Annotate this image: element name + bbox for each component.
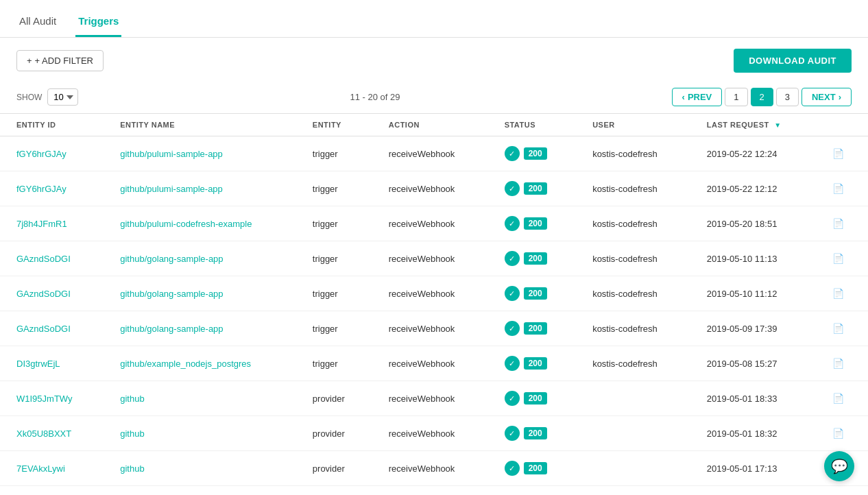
pagination-controls: ‹ PREV 1 2 3 NEXT › (672, 88, 852, 106)
table-row: GAzndSoDGI github/golang-sample-app trig… (0, 276, 868, 311)
add-filter-button[interactable]: + + ADD FILTER (16, 50, 104, 71)
next-button[interactable]: NEXT › (801, 88, 852, 106)
col-actions (816, 114, 868, 136)
cell-copy[interactable]: 📄 (816, 416, 868, 451)
cell-entity-name: github/golang-sample-app (104, 311, 296, 346)
sort-icon: ▼ (774, 121, 781, 129)
cell-entity-id: 7j8h4JFmR1 (0, 206, 104, 241)
cell-action: receiveWebhook (372, 311, 488, 346)
col-entity-name: ENTITY NAME (104, 114, 296, 136)
table-body: fGY6hrGJAy github/pulumi-sample-app trig… (0, 136, 868, 486)
cell-entity: provider (296, 416, 372, 451)
cell-last-request: 2019-05-20 18:51 (690, 206, 816, 241)
tab-triggers[interactable]: Triggers (75, 8, 121, 37)
cell-entity: trigger (296, 136, 372, 171)
status-badge: 200 (524, 252, 547, 265)
status-badge: 200 (524, 147, 547, 160)
cell-copy[interactable]: 📄 (816, 136, 868, 171)
cell-entity-id: GAzndSoDGI (0, 241, 104, 276)
cell-copy[interactable]: 📄 (816, 276, 868, 311)
cell-entity-name: github/pulumi-sample-app (104, 171, 296, 206)
page-3-button[interactable]: 3 (776, 88, 799, 106)
toolbar: + + ADD FILTER DOWNLOAD AUDIT (0, 38, 868, 84)
cell-status: ✓ 200 (488, 381, 577, 416)
copy-icon[interactable]: 📄 (832, 218, 844, 229)
top-nav: All Audit Triggers (0, 0, 868, 38)
cell-user: kostis-codefresh (576, 346, 690, 381)
cell-entity-id: fGY6hrGJAy (0, 136, 104, 171)
col-entity-id: ENTITY ID (0, 114, 104, 136)
cell-status: ✓ 200 (488, 311, 577, 346)
copy-icon[interactable]: 📄 (832, 323, 844, 334)
col-last-request[interactable]: LAST REQUEST ▼ (690, 114, 816, 136)
status-badge: 200 (524, 392, 547, 405)
cell-entity-name: github (104, 381, 296, 416)
prev-button[interactable]: ‹ PREV (672, 88, 723, 106)
cell-entity-id: W1I95JmTWy (0, 381, 104, 416)
cell-last-request: 2019-05-08 15:27 (690, 346, 816, 381)
status-badge: 200 (524, 427, 547, 439)
cell-entity-name: github/pulumi-codefresh-example (104, 206, 296, 241)
show-select[interactable]: 10 25 50 (47, 88, 78, 106)
cell-entity: trigger (296, 311, 372, 346)
cell-entity-id: GAzndSoDGI (0, 276, 104, 311)
cell-copy[interactable]: 📄 (816, 171, 868, 206)
page-info: 11 - 20 of 29 (350, 92, 400, 102)
cell-status: ✓ 200 (488, 241, 577, 276)
tab-all-audit[interactable]: All Audit (16, 8, 59, 37)
cell-copy[interactable]: 📄 (816, 241, 868, 276)
page-1-button[interactable]: 1 (725, 88, 747, 106)
cell-last-request: 2019-05-01 17:13 (690, 451, 816, 486)
cell-entity-name: github/example_nodejs_postgres (104, 346, 296, 381)
cell-user (576, 451, 690, 486)
next-arrow-icon: › (839, 92, 841, 102)
copy-icon[interactable]: 📄 (832, 253, 844, 264)
cell-copy[interactable]: 📄 (816, 311, 868, 346)
cell-entity: trigger (296, 276, 372, 311)
cell-last-request: 2019-05-10 11:12 (690, 276, 816, 311)
table-row: Xk05U8BXXT github provider receiveWebhoo… (0, 416, 868, 451)
cell-entity-id: Xk05U8BXXT (0, 416, 104, 451)
cell-status: ✓ 200 (488, 206, 577, 241)
chat-bubble[interactable]: 💬 (824, 451, 854, 481)
cell-action: receiveWebhook (372, 451, 488, 486)
pagination-row: SHOW 10 25 50 11 - 20 of 29 ‹ PREV 1 2 3… (0, 84, 868, 113)
copy-icon[interactable]: 📄 (832, 148, 844, 159)
col-status: STATUS (488, 114, 577, 136)
cell-copy[interactable]: 📄 (816, 346, 868, 381)
add-filter-label: + ADD FILTER (35, 56, 93, 66)
copy-icon[interactable]: 📄 (832, 288, 844, 299)
copy-icon[interactable]: 📄 (832, 183, 844, 194)
copy-icon[interactable]: 📄 (832, 428, 844, 439)
cell-status: ✓ 200 (488, 346, 577, 381)
status-badge: 200 (524, 357, 547, 370)
cell-entity-name: github/golang-sample-app (104, 276, 296, 311)
cell-last-request: 2019-05-01 18:32 (690, 416, 816, 451)
cell-user: kostis-codefresh (576, 311, 690, 346)
copy-icon[interactable]: 📄 (832, 358, 844, 369)
prev-arrow-icon: ‹ (682, 92, 685, 102)
status-check-icon: ✓ (505, 286, 520, 301)
cell-status: ✓ 200 (488, 276, 577, 311)
cell-last-request: 2019-05-22 12:12 (690, 171, 816, 206)
cell-entity: provider (296, 451, 372, 486)
cell-action: receiveWebhook (372, 416, 488, 451)
cell-copy[interactable]: 📄 (816, 206, 868, 241)
status-check-icon: ✓ (505, 181, 520, 196)
cell-action: receiveWebhook (372, 136, 488, 171)
status-check-icon: ✓ (505, 426, 520, 441)
table-row: fGY6hrGJAy github/pulumi-sample-app trig… (0, 136, 868, 171)
copy-icon[interactable]: 📄 (832, 393, 844, 404)
download-audit-button[interactable]: DOWNLOAD AUDIT (734, 49, 852, 73)
cell-status: ✓ 200 (488, 136, 577, 171)
cell-action: receiveWebhook (372, 381, 488, 416)
col-user: USER (576, 114, 690, 136)
cell-user (576, 381, 690, 416)
chat-icon: 💬 (831, 458, 848, 474)
table-row: 7EVAkxLywi github provider receiveWebhoo… (0, 451, 868, 486)
cell-user: kostis-codefresh (576, 276, 690, 311)
plus-icon: + (27, 56, 32, 66)
cell-entity-id: fGY6hrGJAy (0, 171, 104, 206)
cell-copy[interactable]: 📄 (816, 381, 868, 416)
page-2-button[interactable]: 2 (751, 88, 773, 106)
